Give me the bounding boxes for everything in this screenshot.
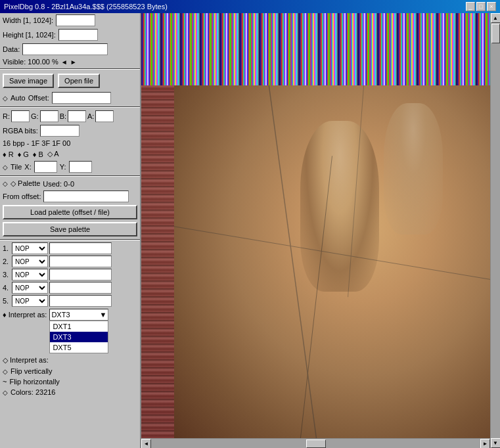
tile-x-input[interactable]: 32 (34, 161, 57, 173)
flip-v-diamond: ◇ (3, 368, 8, 375)
flip-vertically-row: ◇ Flip vertically (0, 366, 140, 376)
op-row-3: 3. NOP ff.ff.ff (0, 268, 140, 281)
op1-select[interactable]: NOP (12, 242, 48, 254)
height-row: Height [1, 1024]: 653 (0, 28, 140, 42)
auto-diamond: ◇ (3, 95, 8, 102)
tile-row: ◇ Tile X: 32 Y: 32 (0, 160, 140, 174)
b-channel[interactable]: ♦ B (33, 150, 43, 158)
interpret-row-2: ◇ Interpret as: (0, 355, 140, 366)
visible-row: Visible: 100.00 % ◄ ► (0, 56, 140, 67)
colors-label: Colors: 23216 (11, 388, 56, 396)
scroll-track-v[interactable] (491, 23, 501, 438)
op4-input[interactable]: ff.ff.ff (49, 282, 112, 294)
save-image-button[interactable]: Save image (3, 74, 54, 88)
scroll-thumb-h[interactable] (306, 439, 326, 448)
window-title: PixelDbg 0.8 - 2Bzl1Au34a.$$$ (255858523… (4, 3, 168, 11)
r-input[interactable]: 3 (11, 110, 30, 122)
left-border (141, 85, 174, 438)
op3-input[interactable]: ff.ff.ff (49, 269, 112, 280)
channels-row: ♦ R ♦ G ♦ B ◇ A (0, 148, 140, 160)
a-label: A: (87, 112, 94, 120)
width-label: Width [1, 1024]: (3, 16, 53, 24)
b-input[interactable]: 1 (68, 110, 86, 122)
op5-select[interactable]: NOP (12, 295, 48, 307)
g-label: G: (31, 112, 39, 120)
rgba-bits-row: RGBA bits: 5.6.5.0 (0, 123, 140, 138)
close-btn[interactable]: × (487, 2, 496, 11)
op4-select[interactable]: NOP (12, 282, 48, 294)
offset-label: Offset: (28, 94, 49, 102)
a-input[interactable]: 4 (95, 110, 114, 122)
scroll-left-btn[interactable]: ◄ (141, 439, 151, 449)
fresco-center (174, 85, 490, 438)
auto-label: Auto (11, 94, 26, 102)
interpret-dropdown-btn[interactable]: DXT3 ▼ (49, 309, 108, 321)
tile-y-label: Y: (60, 163, 66, 171)
noisy-top (141, 13, 490, 85)
op3-select[interactable]: NOP (12, 269, 48, 280)
divider-1 (0, 68, 140, 70)
rgba-bits-input[interactable]: 5.6.5.0 (40, 125, 80, 137)
svg-line-2 (300, 156, 332, 438)
b-label: B: (60, 112, 66, 120)
op3-num: 3. (3, 271, 11, 279)
op2-num: 2. (3, 258, 11, 265)
scroll-up-btn[interactable]: ▲ (491, 13, 501, 23)
scroll-down-btn[interactable]: ▼ (491, 438, 501, 448)
rgba-bits-label: RGBA bits: (3, 127, 38, 135)
op2-select[interactable]: NOP (12, 256, 48, 267)
op-row-5: 5. NOP ff.ff.ff (0, 294, 140, 307)
op1-input[interactable]: ff.ff.ff (49, 242, 112, 254)
op5-num: 5. (3, 297, 11, 305)
tile-label: Tile (11, 163, 22, 171)
palette-used: Used: 0-0 (43, 180, 74, 188)
data-row: Data: %«ZWTü^@yä^@^@^Qs (0, 42, 140, 56)
interpret-as-1-label: ♦ Interpret as: (3, 311, 47, 319)
scroll-right-btn[interactable]: ► (480, 439, 490, 449)
a-channel[interactable]: ◇ A (47, 150, 59, 158)
data-label: Data: (3, 45, 20, 53)
op4-num: 4. (3, 284, 11, 292)
divider-3 (0, 175, 140, 177)
dropdown-item-dxt5[interactable]: DXT5 (50, 342, 108, 353)
load-palette-button[interactable]: Load palette (offset / file) (3, 205, 137, 219)
from-offset-input[interactable]: 0 (43, 190, 129, 202)
tile-y-input[interactable]: 32 (69, 161, 92, 173)
scroll-left-icon[interactable]: ◄ (61, 58, 68, 66)
svg-line-1 (174, 227, 490, 280)
save-palette-button[interactable]: Save palette (3, 222, 137, 236)
width-input[interactable]: 512 (56, 14, 95, 26)
g-channel[interactable]: ♦ G (18, 150, 29, 158)
interpret-row-1: ♦ Interpret as: DXT3 ▼ DXT1 DXT3 DXT5 (0, 307, 140, 322)
g-input[interactable]: 2 (40, 110, 58, 122)
auto-offset-row: ◇ Auto Offset: 93924830 (0, 91, 140, 105)
scroll-thumb-v[interactable] (491, 24, 500, 43)
scroll-track-h[interactable] (151, 439, 480, 449)
maximize-btn[interactable]: □ (476, 2, 486, 11)
op2-input[interactable]: ff.ff.ff (49, 256, 112, 267)
scroll-right-icon[interactable]: ► (70, 58, 77, 66)
visible-text: Visible: 100.00 % (3, 58, 58, 66)
open-file-button[interactable]: Open file (58, 74, 100, 88)
data-input[interactable]: %«ZWTü^@yä^@^@^Qs (22, 43, 108, 55)
horizontal-scrollbar[interactable]: ◄ ► (141, 438, 490, 448)
minimize-btn[interactable]: _ (466, 2, 475, 11)
crack-overlay (174, 85, 490, 438)
palette-label: ◇ Palette (11, 179, 40, 188)
colors-row: ◇ Colors: 23216 (0, 387, 140, 397)
dropdown-item-dxt3[interactable]: DXT3 (50, 332, 108, 342)
palette-diamond: ◇ (3, 180, 8, 187)
op-row-2: 2. NOP ff.ff.ff (0, 255, 140, 268)
offset-input[interactable]: 93924830 (52, 92, 111, 104)
left-panel: Width [1, 1024]: 512 Height [1, 1024]: 6… (0, 13, 141, 448)
width-row: Width [1, 1024]: 512 (0, 13, 140, 28)
flip-h-tilde: ~ (3, 378, 7, 386)
vertical-scrollbar[interactable]: ▲ ▼ (490, 13, 500, 448)
height-input[interactable]: 653 (58, 29, 98, 41)
colors-diamond: ◇ (3, 389, 8, 396)
op5-input[interactable]: ff.ff.ff (49, 295, 112, 307)
flip-vertically-label: Flip vertically (11, 367, 53, 375)
r-label: R: (3, 112, 10, 120)
dropdown-item-dxt1[interactable]: DXT1 (50, 321, 108, 332)
r-channel[interactable]: ♦ R (3, 150, 14, 158)
